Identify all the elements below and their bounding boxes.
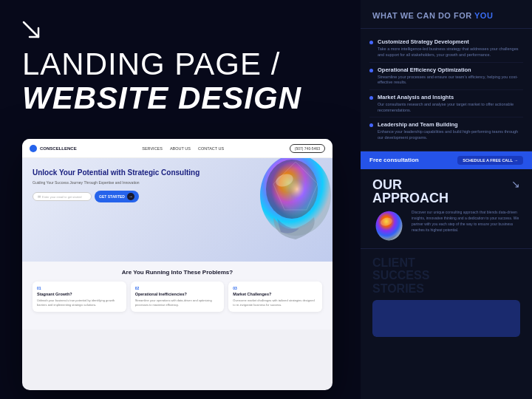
right-header: WHAT WE CAN DO FOR YOU <box>361 0 532 29</box>
service-desc-1: Take a more intelligence-led business st… <box>378 47 523 58</box>
problem-desc-1: Unleash your business's true potential b… <box>37 299 122 307</box>
service-item-1: Customized Strategy Development Take a m… <box>369 35 523 62</box>
approach-title: OURAPPROACH <box>372 178 449 205</box>
left-panel: LANDING PAGE / WEBSITE DESIGN CONSCELLEN… <box>0 0 362 399</box>
approach-crystal-image <box>372 209 406 242</box>
problem-desc-3: Overcome market challenges with tailored… <box>233 299 318 307</box>
service-title-2: Operational Efficiency Optimization <box>378 66 523 73</box>
problem-card-2: 02 Operational Inefficiencies? Streamlin… <box>131 282 225 311</box>
service-content-1: Customized Strategy Development Take a m… <box>378 38 523 58</box>
free-consult-button[interactable]: SCHEDULE A FREE CALL → <box>457 156 523 165</box>
mockup-logo: CONSCELLENCE <box>30 145 77 152</box>
service-title-3: Market Analysis and Insights <box>378 94 523 100</box>
problems-title: Are You Running Into These Problems? <box>33 269 322 276</box>
problem-title-1: Stagnant Growth? <box>37 292 122 296</box>
mockup-hero-subtitle: Guiding Your Success Journey Through Exp… <box>33 180 322 185</box>
approach-content: Discover our unique consulting approach … <box>372 209 520 242</box>
approach-header: OURAPPROACH ↘ <box>372 178 520 205</box>
service-content-3: Market Analysis and Insights Our consult… <box>378 94 523 113</box>
service-title-4: Leadership and Team Building <box>378 121 523 128</box>
service-item-3: Market Analysis and Insights Our consult… <box>369 90 523 117</box>
client-success-card <box>372 300 520 337</box>
problem-num-3: 03 <box>233 286 318 290</box>
mockup-navbar: CONSCELLENCE SERVICES ABOUT US CONTACT U… <box>22 139 332 158</box>
problem-num-2: 02 <box>135 286 220 290</box>
mockup-problems-section: Are You Running Into These Problems? 01 … <box>22 262 332 330</box>
main-title: LANDING PAGE / WEBSITE DESIGN <box>22 47 340 115</box>
mockup-hero-text: Unlock Your Potential with Strategic Con… <box>33 168 322 202</box>
mockup-logo-icon <box>30 145 37 152</box>
approach-description: Discover our unique consulting approach … <box>412 209 520 233</box>
problem-card-3: 03 Market Challenges? Overcome market ch… <box>228 282 322 311</box>
mockup-cta-button[interactable]: GET STARTED → <box>95 191 139 202</box>
corner-arrow-icon <box>22 21 340 41</box>
free-consultation-bar: Free consultation SCHEDULE A FREE CALL → <box>361 151 532 169</box>
problem-cards-row: 01 Stagnant Growth? Unleash your busines… <box>33 282 322 311</box>
free-consult-label: Free consultation <box>369 157 419 163</box>
svg-point-5 <box>376 211 403 240</box>
right-panel: WHAT WE CAN DO FOR YOU Customized Strate… <box>361 0 532 399</box>
cta-arrow-icon: → <box>127 193 134 200</box>
mockup-phone-btn: (507) 740-5463 <box>290 144 325 153</box>
service-desc-4: Enhance your leadership capabilities and… <box>378 129 523 140</box>
mockup-hero: Unlock Your Potential with Strategic Con… <box>22 158 332 262</box>
service-dot-2 <box>369 69 373 72</box>
problem-title-3: Market Challenges? <box>233 292 318 296</box>
website-mockup: CONSCELLENCE SERVICES ABOUT US CONTACT U… <box>22 139 340 390</box>
service-item-4: Leadership and Team Building Enhance you… <box>369 117 523 144</box>
svg-line-0 <box>24 22 38 37</box>
mockup-email-input: ✉ Enter your email to get started <box>33 192 92 201</box>
client-success-section: CLIENTSUCCESSSTORIES <box>361 249 532 399</box>
service-item-2: Operational Efficiency Optimization Stre… <box>369 63 523 90</box>
problem-num-1: 01 <box>37 286 122 290</box>
service-desc-2: Streamline your processes and ensure our… <box>378 75 523 86</box>
right-header-title: WHAT WE CAN DO FOR YOU <box>372 10 520 21</box>
service-content-2: Operational Efficiency Optimization Stre… <box>378 66 523 86</box>
mockup-hero-title: Unlock Your Potential with Strategic Con… <box>33 168 322 177</box>
approach-arrow-icon: ↘ <box>511 178 520 190</box>
problem-desc-2: Streamline your operations with data-dri… <box>135 299 220 307</box>
service-dot-4 <box>369 123 373 127</box>
service-dot-1 <box>369 41 373 44</box>
mockup-email-row: ✉ Enter your email to get started GET ST… <box>33 191 322 202</box>
problem-card-1: 01 Stagnant Growth? Unleash your busines… <box>33 282 126 311</box>
service-dot-3 <box>369 96 373 100</box>
mockup-card: CONSCELLENCE SERVICES ABOUT US CONTACT U… <box>22 139 332 390</box>
mockup-nav-links: SERVICES ABOUT US CONTACT US <box>142 146 224 151</box>
client-success-title: CLIENTSUCCESSSTORIES <box>372 256 520 296</box>
service-desc-3: Our consultants research and analyse you… <box>378 102 523 113</box>
our-approach-section: OURAPPROACH ↘ <box>361 169 532 249</box>
envelope-icon: ✉ <box>38 194 41 199</box>
service-title-1: Customized Strategy Development <box>378 38 523 45</box>
problem-title-2: Operational Inefficiencies? <box>135 292 220 296</box>
services-list: Customized Strategy Development Take a m… <box>361 29 532 151</box>
service-content-4: Leadership and Team Building Enhance you… <box>378 121 523 140</box>
